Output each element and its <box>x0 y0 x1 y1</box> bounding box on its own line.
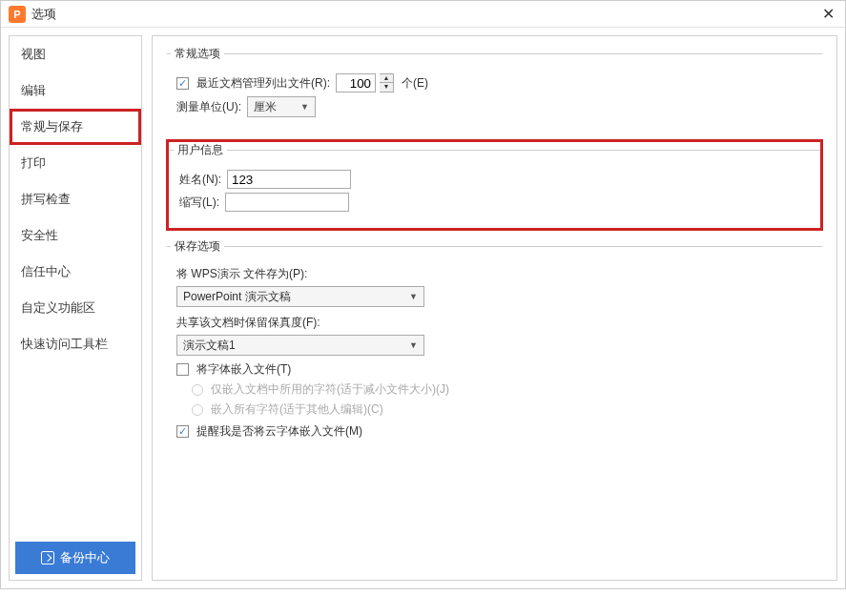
sidebar-item-security[interactable]: 安全性 <box>10 217 141 254</box>
name-label: 姓名(N): <box>179 172 221 188</box>
user-info-highlight: 用户信息 姓名(N): 缩写(L): <box>166 139 823 231</box>
unit-select-value: 厘米 <box>254 99 277 115</box>
save-as-select[interactable]: PowerPoint 演示文稿 ▼ <box>176 286 424 307</box>
body-area: 视图 编辑 常规与保存 打印 拼写检查 安全性 信任中心 自定义功能区 快速访问… <box>1 28 845 588</box>
recent-files-input[interactable] <box>336 73 376 92</box>
save-as-label: 将 WPS演示 文件存为(P): <box>176 266 307 282</box>
embed-subset-radio[interactable] <box>192 384 203 396</box>
options-window: 选项 ✕ 视图 编辑 常规与保存 打印 拼写检查 安全性 信任中心 自定义功能区… <box>0 0 846 589</box>
close-button[interactable]: ✕ <box>818 5 837 24</box>
sidebar-item-trust-center[interactable]: 信任中心 <box>10 254 141 290</box>
user-info-legend: 用户信息 <box>174 142 227 158</box>
save-options-legend: 保存选项 <box>171 238 224 255</box>
recent-files-suffix: 个(E) <box>402 75 428 92</box>
titlebar: 选项 ✕ <box>1 1 845 28</box>
embed-subset-label: 仅嵌入文档中所用的字符(适于减小文件大小)(J) <box>211 381 449 398</box>
fidelity-value: 演示文稿1 <box>183 338 236 354</box>
chevron-down-icon: ▼ <box>409 340 418 350</box>
spinner-down-button[interactable]: ▼ <box>380 83 393 92</box>
backup-center-label: 备份中心 <box>60 549 110 566</box>
sidebar-item-spellcheck[interactable]: 拼写检查 <box>10 181 141 217</box>
unit-select[interactable]: 厘米 ▼ <box>247 96 316 117</box>
initials-input[interactable] <box>225 193 349 212</box>
remind-cloud-fonts-checkbox[interactable] <box>176 425 189 438</box>
embed-all-radio[interactable] <box>192 404 203 416</box>
recent-files-spinner: ▲ ▼ <box>380 73 394 92</box>
backup-icon <box>41 551 54 565</box>
embed-fonts-checkbox[interactable] <box>176 363 189 376</box>
chevron-down-icon: ▼ <box>409 292 418 301</box>
spinner-up-button[interactable]: ▲ <box>380 74 393 83</box>
fidelity-label: 共享该文档时保留保真度(F): <box>176 315 320 331</box>
recent-files-checkbox[interactable] <box>176 77 189 90</box>
name-input[interactable] <box>227 170 351 189</box>
sidebar-item-quick-access[interactable]: 快速访问工具栏 <box>10 326 141 362</box>
content-panel: 常规选项 最近文档管理列出文件(R): ▲ ▼ 个(E) 测量单位(U): 厘米 <box>152 35 837 581</box>
sidebar-item-view[interactable]: 视图 <box>10 36 141 72</box>
general-options-group: 常规选项 最近文档管理列出文件(R): ▲ ▼ 个(E) 测量单位(U): 厘米 <box>166 46 823 133</box>
user-info-group: 用户信息 姓名(N): 缩写(L): <box>169 142 820 228</box>
sidebar: 视图 编辑 常规与保存 打印 拼写检查 安全性 信任中心 自定义功能区 快速访问… <box>9 35 142 581</box>
sidebar-item-print[interactable]: 打印 <box>10 145 141 181</box>
embed-all-label: 嵌入所有字符(适于其他人编辑)(C) <box>211 401 383 418</box>
sidebar-item-edit[interactable]: 编辑 <box>10 72 141 109</box>
fidelity-select[interactable]: 演示文稿1 ▼ <box>176 335 424 356</box>
save-options-group: 保存选项 将 WPS演示 文件存为(P): PowerPoint 演示文稿 ▼ … <box>166 238 823 456</box>
backup-center-button[interactable]: 备份中心 <box>15 542 135 574</box>
window-title: 选项 <box>31 6 818 23</box>
app-icon <box>9 6 26 23</box>
sidebar-item-general-save[interactable]: 常规与保存 <box>10 109 141 145</box>
recent-files-label: 最近文档管理列出文件(R): <box>196 75 330 92</box>
unit-label: 测量单位(U): <box>176 99 241 115</box>
embed-fonts-label: 将字体嵌入文件(T) <box>196 361 291 378</box>
save-as-value: PowerPoint 演示文稿 <box>183 289 291 305</box>
general-options-legend: 常规选项 <box>171 46 224 62</box>
sidebar-spacer <box>10 362 141 536</box>
remind-cloud-fonts-label: 提醒我是否将云字体嵌入文件(M) <box>196 423 362 440</box>
initials-label: 缩写(L): <box>179 195 219 211</box>
chevron-down-icon: ▼ <box>300 102 309 112</box>
sidebar-item-custom-ribbon[interactable]: 自定义功能区 <box>10 290 141 326</box>
